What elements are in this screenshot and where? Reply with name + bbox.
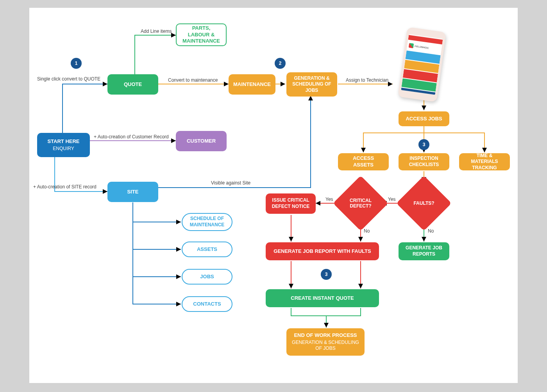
- time-materials-node: TIME & MATERIALS TRACKING: [459, 153, 510, 170]
- create-quote-node: CREATE INSTANT QUOTE: [266, 289, 379, 307]
- quote-node: QUOTE: [107, 74, 158, 95]
- assign-tech-label: Assign to Technician: [346, 77, 388, 83]
- generate-faults-label: GENERATE JOB REPORT WITH FAULTS: [274, 248, 371, 255]
- critical-no-label: No: [364, 228, 370, 234]
- start-title: START HERE: [47, 138, 79, 145]
- customer-label: CUSTOMER: [187, 138, 216, 145]
- flowchart-canvas: START HERE ENQUIRY QUOTE PARTS, LABOUR &…: [29, 8, 518, 383]
- badge-1-text: 1: [75, 61, 78, 66]
- maintenance-label: MAINTENANCE: [233, 81, 271, 88]
- badge-2: 2: [275, 58, 286, 69]
- badge-3: 3: [418, 139, 429, 150]
- critical-defect-label: CRITICAL DEFECT?: [341, 198, 380, 209]
- end-process-node: END OF WORK PROCESS GENERATION & SCHEDUL…: [286, 328, 365, 356]
- site-node: SITE: [107, 182, 158, 202]
- issue-notice-label: ISSUE CRITICAL DEFECT NOTICE: [270, 197, 311, 209]
- visible-site-label: Visible against Site: [211, 180, 250, 186]
- auto-site-label: + Auto-creation of SITE record: [33, 184, 97, 190]
- start-subtitle: ENQUIRY: [53, 146, 74, 152]
- badge-3b-text: 3: [325, 272, 328, 277]
- critical-defect-decision: CRITICAL DEFECT?: [341, 184, 380, 223]
- site-label: SITE: [127, 189, 139, 195]
- end-title: END OF WORK PROCESS: [294, 332, 357, 339]
- schedule-label: SCHEDULE OF MAINTENANCE: [187, 216, 227, 228]
- assets-label: ASSETS: [197, 246, 217, 253]
- issue-notice-node: ISSUE CRITICAL DEFECT NOTICE: [266, 193, 316, 214]
- access-jobs-node: ACCESS JOBS: [399, 111, 449, 126]
- contacts-label: CONTACTS: [193, 301, 221, 308]
- phone-mockup: FIELDMAGIC: [398, 27, 446, 102]
- generate-faults-node: GENERATE JOB REPORT WITH FAULTS: [266, 242, 379, 260]
- add-line-items-label: Add Line items: [141, 29, 172, 34]
- access-assets-label: ACCESS ASSETS: [343, 155, 384, 168]
- start-here-node: START HERE ENQUIRY: [37, 133, 90, 157]
- generate-reports-label: GENERATE JOB REPORTS: [403, 245, 445, 257]
- convert-maintenance-label: Convert to maintenance: [168, 77, 218, 83]
- maintenance-node: MAINTENANCE: [229, 74, 275, 95]
- auto-customer-label: + Auto-creation of Customer Record: [94, 134, 169, 140]
- faults-label: FAULTS?: [413, 200, 434, 206]
- faults-decision: FAULTS?: [404, 184, 443, 223]
- issue-yes-label: Yes: [325, 197, 333, 202]
- time-materials-label: TIME & MATERIALS TRACKING: [464, 153, 505, 171]
- inspection-node: INSPECTION CHECKLISTS: [399, 153, 449, 170]
- contacts-node: CONTACTS: [182, 296, 232, 312]
- badge-1: 1: [71, 58, 82, 69]
- end-subtitle: GENERATION & SCHEDULING OF JOBS: [291, 340, 360, 352]
- badge-2-text: 2: [279, 61, 282, 66]
- jobs-label: JOBS: [200, 274, 214, 280]
- parts-label: PARTS, LABOUR & MAINTENANCE: [181, 25, 221, 45]
- phone-brand-text: FIELDMAGIC: [415, 45, 429, 49]
- schedule-maintenance-node: SCHEDULE OF MAINTENANCE: [182, 213, 232, 231]
- badge-3-text: 3: [423, 142, 425, 147]
- convert-quote-label: Single click convert to QUOTE: [37, 76, 100, 82]
- badge-3b: 3: [321, 269, 332, 280]
- critical-yes-label: Yes: [388, 197, 396, 202]
- parts-labour-node: PARTS, LABOUR & MAINTENANCE: [176, 23, 227, 46]
- generate-reports-node: GENERATE JOB REPORTS: [399, 242, 449, 260]
- generation-node: GENERATION & SCHEDULING OF JOBS: [286, 72, 337, 97]
- customer-node: CUSTOMER: [176, 131, 227, 151]
- inspection-label: INSPECTION CHECKLISTS: [403, 156, 445, 168]
- phone-screen: FIELDMAGIC: [401, 34, 443, 95]
- access-assets-node: ACCESS ASSETS: [338, 153, 389, 170]
- assets-node: ASSETS: [182, 242, 232, 257]
- create-quote-label: CREATE INSTANT QUOTE: [291, 295, 354, 302]
- faults-no-label: No: [428, 228, 434, 234]
- jobs-node: JOBS: [182, 269, 232, 285]
- generation-label: GENERATION & SCHEDULING OF JOBS: [291, 75, 332, 94]
- quote-label: QUOTE: [124, 81, 142, 88]
- access-jobs-label: ACCESS JOBS: [406, 116, 442, 122]
